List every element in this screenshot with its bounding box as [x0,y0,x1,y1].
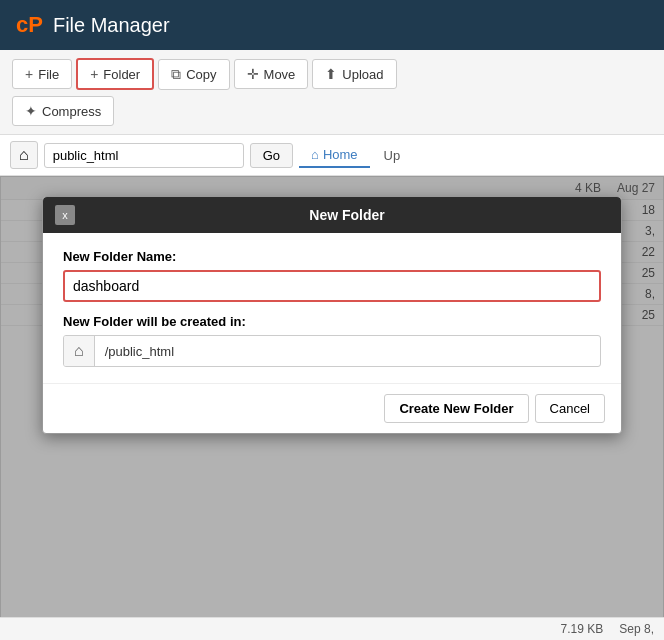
compress-button-label: Compress [42,104,101,119]
toolbar: + File + Folder ⧉ Copy ✛ Move ⬆ Upload ✦ [0,50,664,135]
bottom-bar: 7.19 KB Sep 8, [0,617,664,640]
upload-button-label: Upload [342,67,383,82]
address-bar: ⌂ Go ⌂ Home Up [0,135,664,176]
upload-button[interactable]: ⬆ Upload [312,59,396,89]
copy-button-label: Copy [186,67,216,82]
modal-body: New Folder Name: New Folder will be crea… [43,233,621,383]
tab-home[interactable]: ⌂ Home [299,143,370,168]
app-header: cP File Manager [0,0,664,50]
home-icon: ⌂ [19,146,29,163]
folder-plus-icon: + [90,66,98,82]
copy-button[interactable]: ⧉ Copy [158,59,229,90]
main-content: 4 KB Aug 27 18 3, 22 25 8, 25 x New Fold… [0,176,664,640]
home-icon-button[interactable]: ⌂ [10,141,38,169]
folder-button[interactable]: + Folder [76,58,154,90]
modal-title: New Folder [85,207,609,223]
folder-name-input[interactable] [63,270,601,302]
location-label: New Folder will be created in: [63,314,601,329]
location-home-icon: ⌂ [64,336,95,366]
modal-close-button[interactable]: x [55,205,75,225]
modal-overlay: x New Folder New Folder Name: New Folder… [0,176,664,640]
move-icon: ✛ [247,66,259,82]
tab-up[interactable]: Up [376,144,409,167]
move-button[interactable]: ✛ Move [234,59,309,89]
folder-button-label: Folder [103,67,140,82]
go-button[interactable]: Go [250,143,293,168]
modal-footer: Create New Folder Cancel [43,383,621,433]
cpanel-logo: cP [16,12,43,38]
file-button-label: File [38,67,59,82]
total-size: 7.19 KB [561,622,604,636]
path-input[interactable] [44,143,244,168]
app-title: File Manager [53,14,170,37]
upload-icon: ⬆ [325,66,337,82]
file-button[interactable]: + File [12,59,72,89]
compress-icon: ✦ [25,103,37,119]
location-row: ⌂ /public_html [63,335,601,367]
new-folder-modal: x New Folder New Folder Name: New Folder… [42,196,622,434]
create-folder-button[interactable]: Create New Folder [384,394,528,423]
total-date: Sep 8, [619,622,654,636]
copy-icon: ⧉ [171,66,181,83]
cancel-button[interactable]: Cancel [535,394,605,423]
modal-header: x New Folder [43,197,621,233]
toolbar-row-1: + File + Folder ⧉ Copy ✛ Move ⬆ Upload [12,58,652,90]
toolbar-row-2: ✦ Compress [12,96,652,126]
location-path: /public_html [95,338,184,365]
up-tab-label: Up [384,148,401,163]
compress-button[interactable]: ✦ Compress [12,96,114,126]
home-tab-label: Home [323,147,358,162]
home-tab-icon: ⌂ [311,147,319,162]
move-button-label: Move [264,67,296,82]
plus-icon: + [25,66,33,82]
folder-name-label: New Folder Name: [63,249,601,264]
